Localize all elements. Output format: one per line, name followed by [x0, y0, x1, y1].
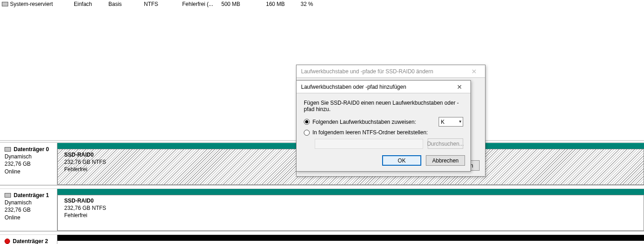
disk-kind: Dynamisch [5, 199, 54, 206]
dialog-titlebar[interactable]: Laufwerkbuchstaben oder -pfad hinzufügen… [296, 81, 470, 93]
disk-title: Datenträger 0 [14, 146, 49, 153]
volume-free: 160 MB [266, 1, 301, 7]
dialog-prompt: Fügen Sie SSD-RAID0 einen neuen Laufwerk… [304, 100, 463, 112]
volume-block-sub: 232,76 GB NTFS [64, 204, 640, 212]
disk-gap [0, 185, 644, 189]
disk-color-bar [57, 235, 644, 241]
disk-title: Datenträger 1 [14, 192, 49, 199]
close-icon[interactable]: ✕ [450, 82, 469, 92]
volume-block-name: SSD-RAID0 [64, 197, 640, 204]
radio-icon[interactable] [304, 130, 310, 136]
radio-icon[interactable] [304, 119, 310, 125]
disk-gap [0, 231, 644, 235]
radio-label: In folgendem leeren NTFS-Ordner bereitst… [312, 129, 428, 136]
disk-side-panel: Datenträger 0 Dynamisch 232,76 GB Online [0, 143, 57, 185]
radio-assign-letter[interactable]: Folgenden Laufwerkbuchstaben zuweisen: K… [304, 117, 463, 127]
drive-letter-combo[interactable]: K ▾ [439, 117, 463, 127]
volume-size: 500 MB [221, 1, 266, 7]
disk-size: 232,76 GB [5, 206, 54, 214]
volume-icon [2, 2, 8, 6]
disk-error-icon [5, 239, 10, 244]
volume-list-row[interactable]: System-reserviert Einfach Basis NTFS Feh… [0, 0, 644, 8]
dialog-title: Laufwerkbuchstabe und -pfade für SSD-RAI… [301, 68, 465, 75]
mount-path-input [315, 139, 423, 149]
disk-size: 232,76 GB [5, 160, 54, 168]
volume-fs: NTFS [144, 1, 182, 7]
disk-title: Datenträger 2 [13, 238, 48, 244]
dialog-title: Laufwerkbuchstaben oder -pfad hinzufügen [301, 84, 450, 90]
radio-mount-folder[interactable]: In folgendem leeren NTFS-Ordner bereitst… [304, 129, 463, 136]
disk-state: Online [5, 168, 54, 175]
disk-icon [5, 147, 11, 152]
volume-block[interactable]: SSD-RAID0 232,76 GB NTFS Fehlerfrei [57, 195, 644, 231]
volume-layout: Basis [108, 1, 144, 7]
volume-pct: 32 % [301, 1, 328, 7]
disk-state: Online [5, 214, 54, 221]
volume-name: System-reserviert [10, 1, 74, 7]
radio-label: Folgenden Laufwerkbuchstaben zuweisen: [312, 119, 416, 125]
close-icon[interactable]: ✕ [465, 66, 483, 76]
volume-block-status: Fehlerfrei [64, 212, 640, 219]
dialog-add-drive-letter: Laufwerkbuchstaben oder -pfad hinzufügen… [296, 80, 471, 172]
disk-kind: Dynamisch [5, 153, 54, 160]
volume-type: Einfach [74, 1, 108, 7]
disk-side-panel: Datenträger 2 [0, 235, 57, 244]
browse-button: Durchsuchen... [428, 138, 463, 149]
drive-letter-value: K [441, 119, 445, 125]
disk-row-2[interactable]: Datenträger 2 [0, 235, 644, 244]
disk-side-panel: Datenträger 1 Dynamisch 232,76 GB Online [0, 189, 57, 231]
dialog-titlebar[interactable]: Laufwerkbuchstabe und -pfade für SSD-RAI… [296, 65, 485, 78]
disk-icon [5, 193, 11, 198]
chevron-down-icon: ▾ [459, 119, 461, 124]
disk-color-bar [57, 189, 644, 195]
disk-row-1[interactable]: Datenträger 1 Dynamisch 232,76 GB Online… [0, 189, 644, 231]
volume-status: Fehlerfrei (... [182, 1, 221, 7]
ok-button[interactable]: OK [382, 155, 421, 166]
cancel-button[interactable]: Abbrechen [426, 155, 465, 166]
